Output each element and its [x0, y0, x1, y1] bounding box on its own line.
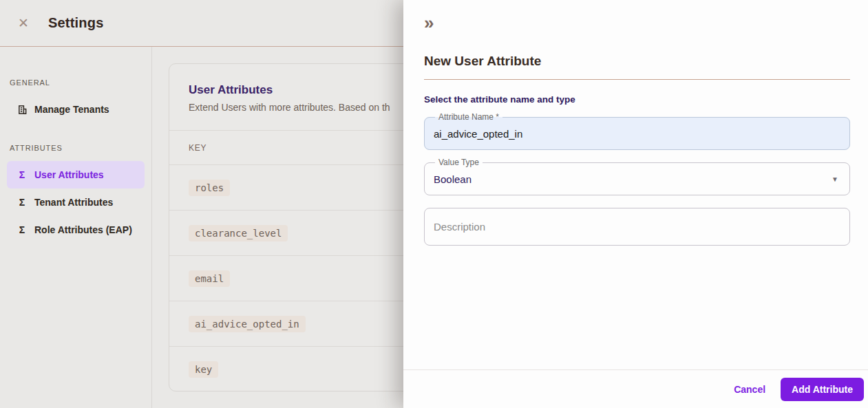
value-type-selected-value: Boolean [434, 173, 832, 185]
attribute-key-chip: email [189, 270, 230, 287]
sidebar-item-label: Manage Tenants [34, 104, 109, 115]
sigma-icon: Σ [17, 169, 28, 180]
sidebar-item-label: Role Attributes (EAP) [34, 224, 132, 235]
drawer-divider [424, 79, 850, 80]
attribute-name-field: Attribute Name * [424, 112, 850, 150]
building-icon [17, 105, 28, 115]
add-attribute-button[interactable]: Add Attribute [781, 378, 864, 401]
drawer-title: New User Attribute [424, 54, 850, 69]
drawer-footer: Cancel Add Attribute [403, 369, 868, 408]
new-attribute-drawer: » New User Attribute Select the attribut… [403, 0, 868, 408]
sidebar-item-role-attributes[interactable]: Σ Role Attributes (EAP) [7, 216, 145, 244]
attribute-name-label: Attribute Name * [435, 112, 502, 122]
drawer-section-heading: Select the attribute name and type [424, 94, 850, 105]
attribute-key-chip: ai_advice_opted_in [189, 316, 306, 332]
attribute-name-input[interactable] [434, 123, 840, 144]
value-type-field[interactable]: Value Type Boolean ▼ [424, 158, 850, 195]
settings-window: ✕ Settings GENERAL Manage Tenants ATTRIB… [0, 0, 868, 408]
page-title: Settings [48, 15, 104, 31]
cancel-button[interactable]: Cancel [734, 384, 765, 395]
description-input[interactable] [434, 221, 840, 233]
sidebar-item-label: Tenant Attributes [34, 197, 113, 208]
sigma-icon: Σ [17, 224, 28, 235]
sidebar-section-general: GENERAL [7, 78, 145, 87]
attribute-key-chip: key [189, 361, 218, 378]
sidebar-item-user-attributes[interactable]: Σ User Attributes [7, 161, 145, 189]
sidebar: GENERAL Manage Tenants ATTRIBUTES Σ User… [0, 47, 152, 408]
value-type-label: Value Type [435, 158, 483, 167]
dropdown-arrow-icon: ▼ [832, 175, 840, 183]
sidebar-item-tenant-attributes[interactable]: Σ Tenant Attributes [7, 189, 145, 216]
attribute-key-chip: roles [189, 180, 230, 196]
sidebar-section-attributes: ATTRIBUTES [7, 144, 145, 152]
sigma-icon: Σ [17, 197, 28, 208]
description-field [424, 208, 850, 246]
close-icon[interactable]: ✕ [18, 14, 37, 33]
attribute-key-chip: clearance_level [189, 225, 288, 241]
collapse-drawer-icon[interactable]: » [424, 15, 445, 30]
sidebar-item-label: User Attributes [34, 169, 104, 180]
sidebar-item-manage-tenants[interactable]: Manage Tenants [7, 96, 145, 123]
